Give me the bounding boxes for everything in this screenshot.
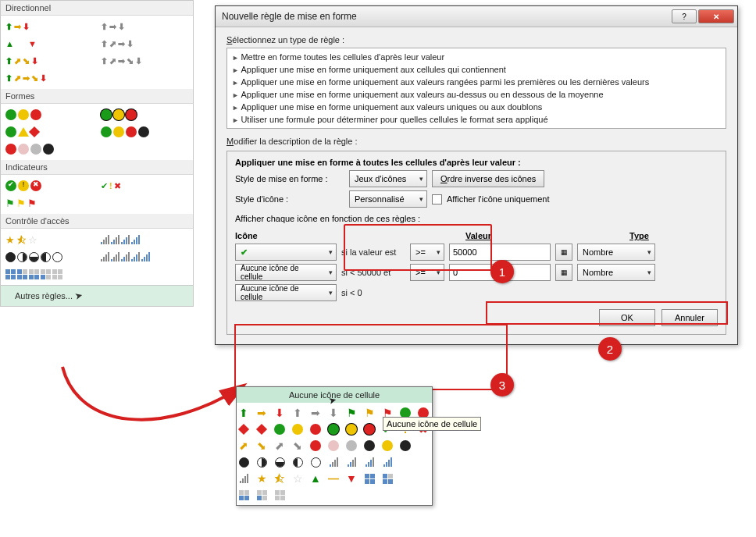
dash-yellow-icon[interactable]: — — [326, 471, 341, 485]
iconset-item[interactable]: ✔!✖ — [5, 178, 91, 194]
iconset-item[interactable] — [101, 124, 187, 140]
quarter-2-icon[interactable] — [273, 455, 287, 469]
circle-yellow-icon[interactable] — [291, 422, 305, 436]
icon-combo[interactable]: Aucune icône de cellule — [235, 284, 337, 301]
iconset-item[interactable] — [5, 124, 91, 140]
boxes-1-icon[interactable] — [255, 488, 269, 502]
bars-2-icon[interactable] — [344, 455, 358, 469]
bars-1-icon[interactable] — [326, 455, 341, 469]
arrow-up-gray-icon[interactable]: ⬆ — [291, 406, 305, 420]
arrow-down-red-icon[interactable]: ⬇ — [273, 406, 287, 420]
quarter-3-icon[interactable] — [255, 455, 269, 469]
circle-bordered-yellow-icon[interactable] — [344, 422, 358, 436]
circle-yellow-exclaim-icon[interactable] — [380, 439, 394, 453]
iconset-item[interactable] — [5, 266, 91, 282]
iconset-item[interactable]: ⚑⚑⚑ — [5, 195, 91, 211]
icon-combo[interactable]: Aucune icône de cellule — [235, 264, 337, 281]
green-check-icon: ✔ — [241, 247, 248, 258]
modify-description-label: Modifier la description de la règle : — [226, 137, 726, 146]
diamond-red-icon[interactable] — [255, 422, 269, 436]
quarter-0-icon[interactable] — [308, 455, 323, 469]
iconset-item[interactable]: ⬆⬈⬊⬇ — [5, 53, 91, 69]
triangle-down-red-icon[interactable]: ▼ — [344, 471, 358, 485]
iconset-item[interactable]: ⬆➡⬇ — [101, 19, 187, 34]
iconset-item[interactable] — [101, 249, 187, 265]
circle-pink-icon[interactable] — [326, 439, 341, 453]
boxes-2-icon[interactable] — [237, 488, 251, 502]
reverse-icon-order-button[interactable]: Ordre inverse des icônes — [432, 170, 544, 187]
triangle-up-green-icon[interactable]: ▲ — [308, 471, 323, 485]
iconset-item[interactable]: ▲▼ — [5, 36, 91, 52]
quarter-full-icon[interactable] — [237, 455, 251, 469]
show-icon-only-checkbox[interactable] — [432, 194, 442, 204]
boxes-4-icon[interactable] — [362, 471, 376, 485]
diamond-red-icon[interactable] — [237, 422, 251, 436]
circle-gray-icon[interactable] — [344, 439, 358, 453]
star-half-icon[interactable]: ⯪ — [273, 471, 287, 485]
bars-4-icon[interactable] — [380, 455, 394, 469]
star-empty-icon[interactable]: ☆ — [291, 471, 305, 485]
arrow-upright-yellow-icon[interactable]: ⬈ — [237, 439, 251, 453]
rule-type-list[interactable]: Mettre en forme toutes les cellules d'ap… — [226, 48, 726, 129]
iconset-item[interactable] — [5, 141, 91, 157]
bars-0-icon[interactable] — [237, 471, 251, 485]
rule-type-item[interactable]: Appliquer une mise en forme uniquement a… — [230, 76, 722, 88]
arrow-up-green-icon[interactable]: ⬆ — [237, 406, 251, 420]
boxes-3-icon[interactable] — [380, 471, 394, 485]
iconset-item[interactable] — [5, 249, 91, 265]
help-button[interactable]: ? — [672, 9, 697, 23]
circle-black-icon[interactable] — [398, 439, 412, 453]
iconset-item[interactable] — [101, 107, 187, 123]
cursor-icon: ➤ — [73, 290, 84, 302]
arrow-upright-gray-icon[interactable]: ⬈ — [273, 439, 287, 453]
arrow-down-gray-icon[interactable]: ⬇ — [326, 406, 341, 420]
range-picker-button[interactable]: ▦ — [555, 244, 572, 261]
arrow-downright-yellow-icon[interactable]: ⬊ — [255, 439, 269, 453]
iconset-item[interactable]: ⬆➡⬇ — [5, 19, 91, 34]
no-cell-icon-option[interactable]: Aucune icône de cellule ➤ — [237, 387, 432, 403]
iconset-shapes-grid — [1, 104, 193, 160]
iconset-item[interactable]: ★⯪☆ — [5, 232, 91, 247]
rule-type-item[interactable]: Appliquer une mise en forme uniquement a… — [230, 88, 722, 101]
more-rules-button[interactable]: Autres règles... ➤ — [1, 285, 193, 306]
circle-red-icon[interactable] — [308, 422, 323, 436]
type-combo[interactable]: Nombre — [577, 244, 655, 261]
tooltip: Aucune icône de cellule — [383, 417, 481, 431]
iconset-item[interactable] — [5, 107, 91, 123]
circle-black-icon[interactable] — [362, 439, 376, 453]
bars-3-icon[interactable] — [362, 455, 376, 469]
circle-green-icon[interactable] — [273, 422, 287, 436]
rule-type-item[interactable]: Mettre en forme toutes les cellules d'ap… — [230, 51, 722, 63]
section-directional: Directionnel — [1, 1, 193, 16]
star-full-icon[interactable]: ★ — [255, 471, 269, 485]
format-style-combo[interactable]: Jeux d'icônes — [349, 170, 427, 187]
arrow-downright-gray-icon[interactable]: ⬊ — [291, 439, 305, 453]
annotation-frame-1 — [344, 224, 492, 271]
boxes-0-icon[interactable] — [273, 488, 287, 502]
close-button[interactable]: ✕ — [698, 9, 734, 23]
section-access: Contrôle d'accès — [1, 214, 193, 229]
arrow-right-gray-icon[interactable]: ➡ — [308, 406, 323, 420]
iconset-item[interactable]: ⬆⬈➡⬊⬇ — [101, 53, 187, 69]
iconset-item[interactable]: ✔!✖ — [101, 178, 187, 194]
flag-yellow-icon[interactable]: ⚑ — [362, 406, 376, 420]
flag-green-icon[interactable]: ⚑ — [344, 406, 358, 420]
rule-type-item[interactable]: Appliquer une mise en forme uniquement a… — [230, 63, 722, 76]
iconset-item[interactable] — [101, 232, 187, 247]
rule-type-item[interactable]: Appliquer une mise en forme uniquement a… — [230, 101, 722, 113]
col-type-label: Type — [629, 231, 649, 240]
icon-rule-row: Aucune icône de cellule si < 0 — [235, 284, 718, 301]
icon-style-combo[interactable]: Personnalisé — [349, 190, 427, 208]
show-icon-only-label: Afficher l'icône uniquement — [447, 194, 550, 204]
arrow-right-yellow-icon[interactable]: ➡ — [255, 406, 269, 420]
circle-red-icon[interactable] — [308, 439, 323, 453]
range-picker-button[interactable]: ▦ — [555, 264, 572, 281]
circle-bordered-red-icon[interactable] — [362, 422, 376, 436]
iconset-item[interactable]: ⬆⬈➡⬇ — [101, 36, 187, 52]
rule-type-item[interactable]: Utiliser une formule pour déterminer pou… — [230, 113, 722, 126]
quarter-1-icon[interactable] — [291, 455, 305, 469]
icon-combo[interactable]: ✔ — [235, 244, 337, 261]
circle-bordered-green-icon[interactable] — [326, 422, 341, 436]
type-combo[interactable]: Nombre — [577, 264, 655, 281]
iconset-item[interactable]: ⬆⬈➡⬊⬇ — [5, 70, 91, 86]
